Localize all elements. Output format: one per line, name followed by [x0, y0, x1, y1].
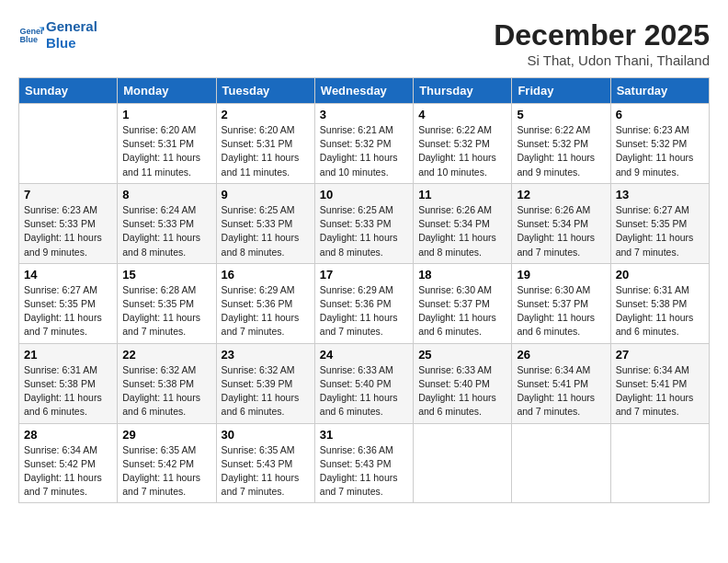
calendar-table: SundayMondayTuesdayWednesdayThursdayFrid…	[18, 77, 710, 503]
day-info: Sunrise: 6:34 AM Sunset: 5:42 PM Dayligh…	[24, 443, 112, 500]
day-number: 24	[320, 348, 408, 362]
calendar-cell	[610, 423, 709, 503]
day-info: Sunrise: 6:28 AM Sunset: 5:35 PM Dayligh…	[122, 283, 210, 339]
day-number: 31	[320, 428, 408, 442]
location-title: Si That, Udon Thani, Thailand	[494, 52, 710, 68]
calendar-cell	[512, 423, 610, 503]
top-row: General Blue General Blue December 2025 …	[18, 18, 710, 70]
calendar-body: 1Sunrise: 6:20 AM Sunset: 5:31 PM Daylig…	[19, 104, 710, 503]
day-info: Sunrise: 6:34 AM Sunset: 5:41 PM Dayligh…	[616, 363, 704, 419]
svg-text:Blue: Blue	[19, 35, 38, 44]
calendar-cell: 7Sunrise: 6:23 AM Sunset: 5:33 PM Daylig…	[19, 183, 118, 263]
day-info: Sunrise: 6:25 AM Sunset: 5:33 PM Dayligh…	[320, 203, 408, 259]
calendar-week-5: 28Sunrise: 6:34 AM Sunset: 5:42 PM Dayli…	[19, 423, 710, 503]
calendar-cell: 28Sunrise: 6:34 AM Sunset: 5:42 PM Dayli…	[19, 423, 118, 503]
day-info: Sunrise: 6:35 AM Sunset: 5:42 PM Dayligh…	[122, 443, 210, 500]
day-info: Sunrise: 6:33 AM Sunset: 5:40 PM Dayligh…	[418, 363, 506, 419]
day-info: Sunrise: 6:23 AM Sunset: 5:32 PM Dayligh…	[616, 123, 704, 179]
day-number: 15	[122, 268, 210, 282]
calendar-cell	[19, 104, 118, 184]
day-header-monday: Monday	[118, 78, 216, 104]
day-info: Sunrise: 6:26 AM Sunset: 5:34 PM Dayligh…	[418, 203, 506, 259]
day-info: Sunrise: 6:36 AM Sunset: 5:43 PM Dayligh…	[320, 443, 408, 500]
calendar-cell: 25Sunrise: 6:33 AM Sunset: 5:40 PM Dayli…	[414, 343, 512, 423]
day-info: Sunrise: 6:29 AM Sunset: 5:36 PM Dayligh…	[222, 283, 310, 339]
day-header-wednesday: Wednesday	[314, 78, 413, 104]
day-info: Sunrise: 6:35 AM Sunset: 5:43 PM Dayligh…	[222, 443, 310, 500]
day-header-thursday: Thursday	[414, 78, 512, 104]
day-number: 21	[24, 348, 112, 362]
calendar-week-2: 7Sunrise: 6:23 AM Sunset: 5:33 PM Daylig…	[19, 183, 710, 263]
day-number: 7	[24, 188, 112, 201]
calendar-cell: 6Sunrise: 6:23 AM Sunset: 5:32 PM Daylig…	[610, 104, 709, 184]
day-number: 25	[418, 348, 506, 362]
day-number: 8	[122, 188, 210, 201]
calendar-cell: 18Sunrise: 6:30 AM Sunset: 5:37 PM Dayli…	[414, 263, 512, 343]
calendar-header-row: SundayMondayTuesdayWednesdayThursdayFrid…	[19, 78, 710, 104]
calendar-cell	[414, 423, 512, 503]
calendar-cell: 26Sunrise: 6:34 AM Sunset: 5:41 PM Dayli…	[512, 343, 610, 423]
day-header-saturday: Saturday	[610, 78, 709, 104]
day-info: Sunrise: 6:22 AM Sunset: 5:32 PM Dayligh…	[517, 123, 605, 179]
calendar-cell: 4Sunrise: 6:22 AM Sunset: 5:32 PM Daylig…	[414, 104, 512, 184]
calendar-cell: 2Sunrise: 6:20 AM Sunset: 5:31 PM Daylig…	[216, 104, 314, 184]
day-number: 2	[222, 108, 310, 121]
day-info: Sunrise: 6:31 AM Sunset: 5:38 PM Dayligh…	[24, 363, 112, 419]
calendar-cell: 21Sunrise: 6:31 AM Sunset: 5:38 PM Dayli…	[19, 343, 118, 423]
day-number: 18	[418, 268, 506, 282]
day-info: Sunrise: 6:23 AM Sunset: 5:33 PM Dayligh…	[24, 203, 112, 259]
day-info: Sunrise: 6:32 AM Sunset: 5:39 PM Dayligh…	[222, 363, 310, 419]
calendar-cell: 1Sunrise: 6:20 AM Sunset: 5:31 PM Daylig…	[118, 104, 216, 184]
day-info: Sunrise: 6:33 AM Sunset: 5:40 PM Dayligh…	[320, 363, 408, 419]
day-number: 9	[222, 188, 310, 201]
day-number: 3	[320, 108, 408, 121]
day-info: Sunrise: 6:27 AM Sunset: 5:35 PM Dayligh…	[616, 203, 704, 259]
day-number: 13	[616, 188, 704, 201]
day-number: 28	[24, 428, 112, 442]
calendar-cell: 30Sunrise: 6:35 AM Sunset: 5:43 PM Dayli…	[216, 423, 314, 503]
logo-blue: Blue	[46, 35, 97, 52]
calendar-cell: 31Sunrise: 6:36 AM Sunset: 5:43 PM Dayli…	[314, 423, 413, 503]
day-number: 22	[122, 348, 210, 362]
logo-general: General	[46, 18, 97, 35]
calendar-cell: 12Sunrise: 6:26 AM Sunset: 5:34 PM Dayli…	[512, 183, 610, 263]
calendar-week-4: 21Sunrise: 6:31 AM Sunset: 5:38 PM Dayli…	[19, 343, 710, 423]
calendar-cell: 11Sunrise: 6:26 AM Sunset: 5:34 PM Dayli…	[414, 183, 512, 263]
day-info: Sunrise: 6:26 AM Sunset: 5:34 PM Dayligh…	[517, 203, 605, 259]
day-info: Sunrise: 6:34 AM Sunset: 5:41 PM Dayligh…	[517, 363, 605, 419]
calendar-cell: 20Sunrise: 6:31 AM Sunset: 5:38 PM Dayli…	[610, 263, 709, 343]
day-info: Sunrise: 6:29 AM Sunset: 5:36 PM Dayligh…	[320, 283, 408, 339]
day-number: 1	[122, 108, 210, 121]
calendar-cell: 8Sunrise: 6:24 AM Sunset: 5:33 PM Daylig…	[118, 183, 216, 263]
calendar-cell: 29Sunrise: 6:35 AM Sunset: 5:42 PM Dayli…	[118, 423, 216, 503]
day-info: Sunrise: 6:20 AM Sunset: 5:31 PM Dayligh…	[222, 123, 310, 179]
day-header-friday: Friday	[512, 78, 610, 104]
day-header-sunday: Sunday	[19, 78, 118, 104]
day-info: Sunrise: 6:21 AM Sunset: 5:32 PM Dayligh…	[320, 123, 408, 179]
day-info: Sunrise: 6:25 AM Sunset: 5:33 PM Dayligh…	[222, 203, 310, 259]
calendar-cell: 15Sunrise: 6:28 AM Sunset: 5:35 PM Dayli…	[118, 263, 216, 343]
calendar-week-1: 1Sunrise: 6:20 AM Sunset: 5:31 PM Daylig…	[19, 104, 710, 184]
general-blue-logo-icon: General Blue	[18, 22, 44, 48]
calendar-cell: 14Sunrise: 6:27 AM Sunset: 5:35 PM Dayli…	[19, 263, 118, 343]
day-number: 26	[517, 348, 605, 362]
calendar-cell: 22Sunrise: 6:32 AM Sunset: 5:38 PM Dayli…	[118, 343, 216, 423]
day-info: Sunrise: 6:24 AM Sunset: 5:33 PM Dayligh…	[122, 203, 210, 259]
day-info: Sunrise: 6:30 AM Sunset: 5:37 PM Dayligh…	[418, 283, 506, 339]
day-info: Sunrise: 6:31 AM Sunset: 5:38 PM Dayligh…	[616, 283, 704, 339]
day-number: 11	[418, 188, 506, 201]
day-number: 17	[320, 268, 408, 282]
day-info: Sunrise: 6:32 AM Sunset: 5:38 PM Dayligh…	[122, 363, 210, 419]
calendar-cell: 5Sunrise: 6:22 AM Sunset: 5:32 PM Daylig…	[512, 104, 610, 184]
logo: General Blue General Blue	[18, 18, 97, 52]
calendar-cell: 23Sunrise: 6:32 AM Sunset: 5:39 PM Dayli…	[216, 343, 314, 423]
calendar-cell: 3Sunrise: 6:21 AM Sunset: 5:32 PM Daylig…	[314, 104, 413, 184]
calendar-cell: 10Sunrise: 6:25 AM Sunset: 5:33 PM Dayli…	[314, 183, 413, 263]
month-title: December 2025	[494, 18, 710, 52]
calendar-cell: 24Sunrise: 6:33 AM Sunset: 5:40 PM Dayli…	[314, 343, 413, 423]
title-block: December 2025 Si That, Udon Thani, Thail…	[494, 18, 710, 68]
calendar-week-3: 14Sunrise: 6:27 AM Sunset: 5:35 PM Dayli…	[19, 263, 710, 343]
day-number: 30	[222, 428, 310, 442]
day-number: 10	[320, 188, 408, 201]
calendar-cell: 17Sunrise: 6:29 AM Sunset: 5:36 PM Dayli…	[314, 263, 413, 343]
